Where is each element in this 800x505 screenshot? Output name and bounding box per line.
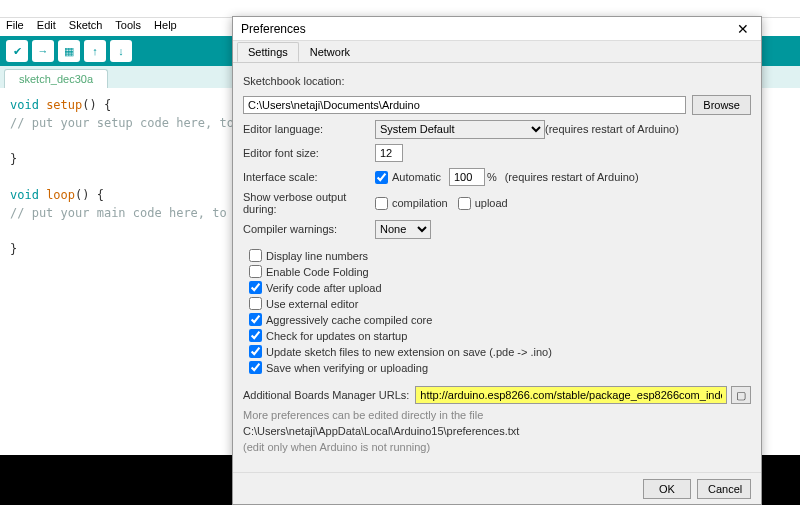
upload-checkbox[interactable] xyxy=(458,197,471,210)
external-label: Use external editor xyxy=(266,298,358,310)
kw-void: void xyxy=(10,98,39,112)
menu-help[interactable]: Help xyxy=(154,19,177,31)
fn-setup: setup xyxy=(46,98,82,112)
updates-label: Check for updates on startup xyxy=(266,330,407,342)
upload-label: upload xyxy=(475,197,508,209)
preferences-dialog: Preferences ✕ Settings Network Sketchboo… xyxy=(232,16,762,505)
verify-checkbox[interactable] xyxy=(249,281,262,294)
compiler-warn-select[interactable]: None xyxy=(375,220,431,239)
new-icon[interactable]: ▦ xyxy=(58,40,80,62)
font-size-input[interactable] xyxy=(375,144,403,162)
urls-expand-icon[interactable]: ▢ xyxy=(731,386,751,404)
dialog-tabs: Settings Network xyxy=(233,41,761,63)
scale-label: Interface scale: xyxy=(243,171,375,183)
menu-tools[interactable]: Tools xyxy=(115,19,141,31)
ok-button[interactable]: OK xyxy=(643,479,691,499)
sketchbook-input[interactable] xyxy=(243,96,686,114)
restart-note: (requires restart of Arduino) xyxy=(545,123,679,135)
edit-note: (edit only when Arduino is not running) xyxy=(243,441,751,453)
restart-note2: (requires restart of Arduino) xyxy=(505,171,639,183)
external-checkbox[interactable] xyxy=(249,297,262,310)
urls-label: Additional Boards Manager URLs: xyxy=(243,389,409,401)
ext-checkbox[interactable] xyxy=(249,345,262,358)
editor-lang-label: Editor language: xyxy=(243,123,375,135)
save-icon[interactable]: ↓ xyxy=(110,40,132,62)
menu-sketch[interactable]: Sketch xyxy=(69,19,103,31)
open-icon[interactable]: ↑ xyxy=(84,40,106,62)
menu-file[interactable]: File xyxy=(6,19,24,31)
brace: () { xyxy=(82,98,111,112)
cache-checkbox[interactable] xyxy=(249,313,262,326)
folding-label: Enable Code Folding xyxy=(266,266,369,278)
sketchbook-label: Sketchbook location: xyxy=(243,75,345,87)
kw-void: void xyxy=(10,188,39,202)
menu-edit[interactable]: Edit xyxy=(37,19,56,31)
verify-icon[interactable]: ✔ xyxy=(6,40,28,62)
cache-label: Aggressively cache compiled core xyxy=(266,314,432,326)
updates-checkbox[interactable] xyxy=(249,329,262,342)
brace: () { xyxy=(75,188,104,202)
fn-loop: loop xyxy=(46,188,75,202)
tab-network[interactable]: Network xyxy=(299,42,361,62)
linenum-checkbox[interactable] xyxy=(249,249,262,262)
prefs-path: C:\Users\netaji\AppData\Local\Arduino15\… xyxy=(243,425,751,437)
tab-settings[interactable]: Settings xyxy=(237,42,299,62)
compiler-warn-label: Compiler warnings: xyxy=(243,223,375,235)
save-label: Save when verifying or uploading xyxy=(266,362,428,374)
save-checkbox[interactable] xyxy=(249,361,262,374)
urls-input[interactable] xyxy=(415,386,727,404)
scale-pct: % xyxy=(487,171,497,183)
close-icon[interactable]: ✕ xyxy=(733,21,753,37)
dialog-titlebar: Preferences ✕ xyxy=(233,17,761,41)
compile-checkbox[interactable] xyxy=(375,197,388,210)
folding-checkbox[interactable] xyxy=(249,265,262,278)
verbose-label: Show verbose output during: xyxy=(243,191,375,215)
ext-label: Update sketch files to new extension on … xyxy=(266,346,552,358)
font-size-label: Editor font size: xyxy=(243,147,375,159)
verify-label: Verify code after upload xyxy=(266,282,382,294)
more-prefs-note: More preferences can be edited directly … xyxy=(243,409,751,421)
cancel-button[interactable]: Cancel xyxy=(697,479,751,499)
automatic-checkbox[interactable] xyxy=(375,171,388,184)
upload-icon[interactable]: → xyxy=(32,40,54,62)
dialog-footer: OK Cancel xyxy=(233,472,761,504)
editor-lang-select[interactable]: System Default xyxy=(375,120,545,139)
browse-button[interactable]: Browse xyxy=(692,95,751,115)
linenum-label: Display line numbers xyxy=(266,250,368,262)
sketch-tab[interactable]: sketch_dec30a xyxy=(4,69,108,88)
dialog-title-text: Preferences xyxy=(241,22,306,36)
scale-input[interactable] xyxy=(449,168,485,186)
compile-label: compilation xyxy=(392,197,448,209)
automatic-label: Automatic xyxy=(392,171,441,183)
dialog-body: Sketchbook location: Browse Editor langu… xyxy=(233,63,761,473)
